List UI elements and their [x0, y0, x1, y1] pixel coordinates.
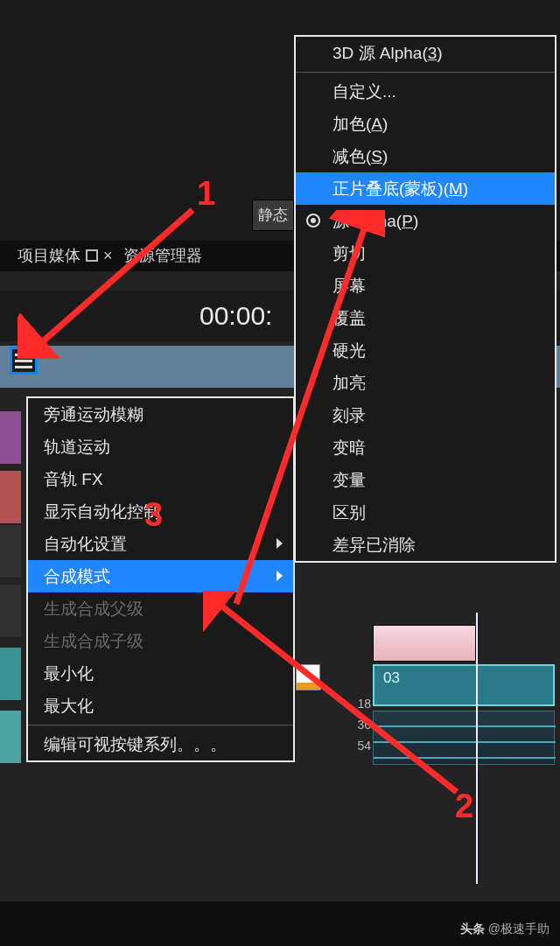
submenu-custom[interactable]: 自定义...	[296, 75, 555, 108]
menu-make-parent: 生成合成父级	[28, 592, 293, 625]
video-clip[interactable]: 03	[373, 664, 555, 706]
submenu-difference[interactable]: 区别	[296, 496, 555, 529]
timeline-playhead[interactable]	[476, 613, 478, 884]
menu-make-parent-label: 生成合成父级	[44, 599, 144, 618]
video-clip-thumbnail[interactable]	[373, 625, 476, 662]
menu-compositing-mode-label: 合成模式	[44, 567, 110, 585]
submenu-overlay-label: 覆盖	[332, 309, 366, 327]
menu-minimize-label: 最小化	[44, 664, 94, 683]
static-label-box: 静态	[252, 200, 294, 231]
tab-project-media-label: 项目媒体	[18, 245, 80, 266]
submenu-cut[interactable]: 剪切	[296, 237, 555, 270]
menu-maximize-label: 最大化	[44, 697, 94, 715]
watermark-suffix: @极速手助	[488, 921, 550, 935]
menu-minimize[interactable]: 最小化	[28, 657, 293, 690]
track-color-6[interactable]	[0, 648, 21, 700]
static-label: 静态	[258, 207, 288, 223]
watermark-prefix: 头条	[460, 921, 485, 935]
menu-separator	[28, 725, 293, 725]
submenu-custom-label: 自定义...	[332, 82, 396, 101]
menu-show-automation-label: 显示自动化控制	[44, 502, 160, 521]
menu-bypass-motion-blur-label: 旁通运动模糊	[44, 405, 144, 424]
track-color-4[interactable]	[0, 525, 21, 578]
submenu-3d-source-alpha[interactable]: 3D 源 Alpha(3)	[296, 37, 555, 69]
submenu-lighten-label: 变量	[332, 471, 366, 489]
track-color-2[interactable]	[0, 411, 21, 464]
submenu-diff-squared-label: 差异已消除	[332, 536, 416, 554]
submenu-arrow-icon	[276, 571, 283, 581]
menu-edit-visible-buttons-label: 编辑可视按键系列。。。	[44, 735, 227, 753]
menu-automation-settings-label: 自动化设置	[44, 535, 127, 553]
tick-1: 18	[346, 693, 371, 714]
track-context-menu: 旁通运动模糊 轨道运动 音轨 FX 显示自动化控制 自动化设置 合成模式 生成合…	[26, 396, 295, 762]
compositing-mode-submenu: 3D 源 Alpha(3) 自定义... 加色(A) 减色(S) 正片叠底(蒙板…	[294, 35, 556, 563]
menu-compositing-mode[interactable]: 合成模式	[28, 560, 293, 592]
watermark: 头条 @极速手助	[460, 921, 550, 937]
submenu-add[interactable]: 加色(A)	[296, 108, 555, 140]
menu-make-child-label: 生成合成子级	[44, 632, 144, 650]
submenu-lighten[interactable]: 变量	[296, 464, 555, 496]
track-menu-button[interactable]	[10, 347, 38, 375]
track-color-7[interactable]	[0, 711, 21, 763]
menu-maximize[interactable]: 最大化	[28, 690, 293, 722]
video-clip-label: 03	[383, 669, 400, 686]
tab-explorer-label: 资源管理器	[123, 245, 202, 266]
tick-3: 54	[346, 735, 371, 756]
menu-automation-settings[interactable]: 自动化设置	[28, 528, 293, 560]
track-color-3[interactable]	[0, 471, 21, 523]
tab-explorer[interactable]: 资源管理器	[122, 242, 204, 270]
submenu-overlay[interactable]: 覆盖	[296, 302, 555, 334]
maximize-icon[interactable]	[86, 249, 98, 262]
waveform-ticks: 18 36 54	[346, 693, 371, 756]
menu-edit-visible-buttons[interactable]: 编辑可视按键系列。。。	[28, 728, 293, 760]
submenu-burn[interactable]: 刻录	[296, 399, 555, 431]
submenu-screen-label: 屏幕	[332, 277, 366, 295]
menu-audio-fx[interactable]: 音轨 FX	[28, 463, 293, 495]
submenu-screen[interactable]: 屏幕	[296, 270, 555, 302]
menu-bypass-motion-blur[interactable]: 旁通运动模糊	[28, 398, 293, 431]
menu-show-automation[interactable]: 显示自动化控制	[28, 495, 293, 528]
close-icon[interactable]: ×	[103, 247, 113, 265]
submenu-difference-label: 区别	[332, 503, 366, 522]
submenu-subtract[interactable]: 减色(S)	[296, 140, 555, 172]
submenu-dodge-label: 加亮	[332, 374, 366, 392]
submenu-burn-label: 刻录	[332, 406, 366, 424]
submenu-multiply-mask[interactable]: 正片叠底(蒙板)(M)	[296, 172, 555, 205]
tab-project-media[interactable]: 项目媒体 ×	[16, 242, 115, 270]
track-color-5[interactable]	[0, 585, 21, 637]
media-bin-icon[interactable]	[296, 664, 320, 690]
audio-clip[interactable]	[373, 711, 555, 765]
submenu-darken[interactable]: 变暗	[296, 431, 555, 464]
submenu-hard-light-label: 硬光	[332, 341, 366, 360]
submenu-dodge[interactable]: 加亮	[296, 367, 555, 399]
timecode-value: 00:00:	[200, 301, 272, 330]
submenu-diff-squared[interactable]: 差异已消除	[296, 529, 555, 561]
radio-checked-icon	[306, 214, 320, 228]
submenu-arrow-icon	[276, 538, 283, 549]
menu-audio-fx-label: 音轨 FX	[44, 470, 103, 488]
submenu-hard-light[interactable]: 硬光	[296, 334, 555, 367]
tick-2: 36	[346, 714, 371, 735]
menu-separator	[296, 72, 555, 73]
submenu-cut-label: 剪切	[332, 244, 366, 263]
submenu-darken-label: 变暗	[332, 438, 366, 457]
submenu-source-alpha[interactable]: 源 Alpha(P)	[296, 205, 555, 237]
menu-track-motion[interactable]: 轨道运动	[28, 431, 293, 463]
menu-make-child: 生成合成子级	[28, 625, 293, 657]
menu-track-motion-label: 轨道运动	[44, 438, 110, 456]
